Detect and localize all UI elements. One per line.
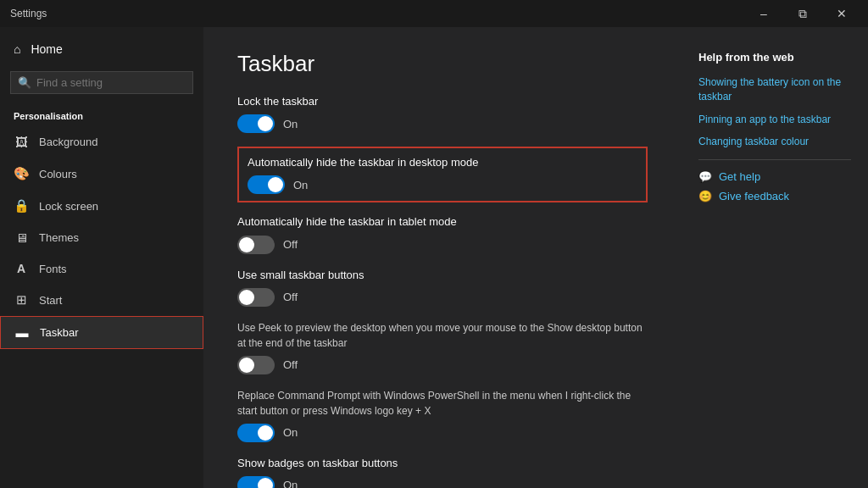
search-icon: 🔍 xyxy=(18,76,31,89)
give-feedback-icon: 😊 xyxy=(698,190,712,202)
search-input[interactable] xyxy=(36,76,186,89)
home-label: Home xyxy=(31,42,62,56)
setting-label-auto-hide-desktop: Automatically hide the taskbar in deskto… xyxy=(248,155,637,170)
help-link-pin[interactable]: Pinning an app to the taskbar xyxy=(698,113,851,127)
sidebar-item-themes[interactable]: 🖥 Themes xyxy=(0,222,203,253)
help-link-battery[interactable]: Showing the battery icon on the taskbar xyxy=(698,75,851,104)
sidebar-item-lock-screen[interactable]: 🔒 Lock screen xyxy=(0,190,203,222)
setting-label-auto-hide-tablet: Automatically hide the taskbar in tablet… xyxy=(237,214,648,230)
highlight-auto-hide-desktop: Automatically hide the taskbar in deskto… xyxy=(237,147,648,202)
minimize-button[interactable]: – xyxy=(744,0,783,27)
toggle-lock-taskbar[interactable] xyxy=(237,114,275,133)
window-controls: – ⧉ ✕ xyxy=(744,0,861,27)
toggle-state-small-buttons: Off xyxy=(283,291,298,303)
help-divider xyxy=(698,159,851,160)
toggle-knob xyxy=(268,177,283,192)
titlebar: Settings – ⧉ ✕ xyxy=(0,0,868,27)
sidebar-item-start[interactable]: ⊞ Start xyxy=(0,284,203,316)
toggle-auto-hide-tablet[interactable] xyxy=(237,236,275,254)
toggle-knob xyxy=(239,290,254,305)
sidebar-item-fonts[interactable]: A Fonts xyxy=(0,253,203,284)
home-icon: ⌂ xyxy=(14,42,20,56)
get-help-icon: 💬 xyxy=(698,170,712,183)
setting-lock-taskbar: Lock the taskbar On xyxy=(237,94,648,133)
toggle-state-auto-hide-desktop: On xyxy=(293,179,308,191)
toggle-state-badges: On xyxy=(283,479,298,488)
sidebar-item-label: Colours xyxy=(39,168,77,180)
setting-small-buttons: Use small taskbar buttons Off xyxy=(237,268,648,307)
toggle-knob xyxy=(258,116,273,131)
toggle-state-auto-hide-tablet: Off xyxy=(283,238,298,251)
page-title: Taskbar xyxy=(237,51,648,77)
sidebar-item-label: Themes xyxy=(39,231,79,244)
setting-label-lock: Lock the taskbar xyxy=(237,94,648,109)
colours-icon: 🎨 xyxy=(14,166,29,181)
sidebar: ⌂ Home 🔍 Personalisation 🖼 Background 🎨 … xyxy=(0,27,203,488)
setting-peek: Use Peek to preview the desktop when you… xyxy=(237,320,648,374)
fonts-icon: A xyxy=(14,262,29,275)
toggle-knob xyxy=(258,478,273,488)
taskbar-icon: ▬ xyxy=(14,325,30,340)
get-help-label: Get help xyxy=(719,170,760,183)
toggle-state-lock: On xyxy=(283,118,298,130)
toggle-knob xyxy=(258,425,273,441)
sidebar-item-label: Taskbar xyxy=(40,326,79,339)
sidebar-item-home[interactable]: ⌂ Home xyxy=(0,34,203,64)
toggle-knob xyxy=(239,237,254,252)
sidebar-item-colours[interactable]: 🎨 Colours xyxy=(0,158,203,190)
sidebar-item-label: Fonts xyxy=(39,263,67,275)
setting-label-small-buttons: Use small taskbar buttons xyxy=(237,268,648,283)
sidebar-item-label: Lock screen xyxy=(39,200,98,213)
setting-label-powershell: Replace Command Prompt with Windows Powe… xyxy=(237,388,648,419)
restore-button[interactable]: ⧉ xyxy=(783,0,822,27)
sidebar-item-taskbar[interactable]: ▬ Taskbar xyxy=(0,316,203,349)
help-title: Help from the web xyxy=(698,51,851,64)
sidebar-section-label: Personalisation xyxy=(0,101,203,126)
start-icon: ⊞ xyxy=(14,292,29,308)
get-help-button[interactable]: 💬 Get help xyxy=(698,170,851,183)
toggle-state-powershell: On xyxy=(283,426,298,439)
sidebar-item-label: Start xyxy=(39,294,62,307)
setting-label-peek: Use Peek to preview the desktop when you… xyxy=(237,320,648,351)
toggle-state-peek: Off xyxy=(283,358,298,371)
setting-badges: Show badges on taskbar buttons On xyxy=(237,456,648,488)
toggle-small-buttons[interactable] xyxy=(237,288,275,307)
give-feedback-label: Give feedback xyxy=(719,190,789,202)
close-button[interactable]: ✕ xyxy=(822,0,861,27)
setting-auto-hide-tablet: Automatically hide the taskbar in tablet… xyxy=(237,214,648,253)
toggle-knob xyxy=(239,358,254,373)
sidebar-item-background[interactable]: 🖼 Background xyxy=(0,126,203,158)
give-feedback-button[interactable]: 😊 Give feedback xyxy=(698,190,851,202)
help-panel: Help from the web Showing the battery ic… xyxy=(682,27,868,488)
help-link-colour[interactable]: Changing taskbar colour xyxy=(698,135,851,149)
window-title: Settings xyxy=(10,8,47,19)
setting-powershell: Replace Command Prompt with Windows Powe… xyxy=(237,388,648,442)
lock-icon: 🔒 xyxy=(14,198,29,214)
main-content: Taskbar Lock the taskbar On Automaticall… xyxy=(203,27,682,488)
setting-label-badges: Show badges on taskbar buttons xyxy=(237,456,648,471)
themes-icon: 🖥 xyxy=(14,230,29,245)
search-box[interactable]: 🔍 xyxy=(10,71,193,94)
sidebar-item-label: Background xyxy=(39,136,97,148)
toggle-powershell[interactable] xyxy=(237,424,275,442)
toggle-badges[interactable] xyxy=(237,476,275,488)
toggle-peek[interactable] xyxy=(237,356,275,374)
toggle-auto-hide-desktop[interactable] xyxy=(248,175,285,194)
background-icon: 🖼 xyxy=(14,135,29,149)
